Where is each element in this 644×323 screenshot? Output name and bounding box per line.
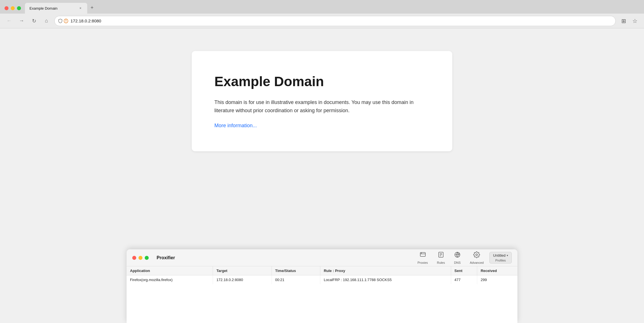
home-button[interactable]: ⌂ xyxy=(42,16,51,26)
advanced-icon xyxy=(473,251,480,260)
reload-icon: ↻ xyxy=(32,18,36,24)
col-sent: Sent xyxy=(451,266,477,275)
reload-button[interactable]: ↻ xyxy=(29,16,39,26)
warning-icon xyxy=(64,19,68,23)
proxies-label: Proxies xyxy=(417,261,428,264)
svg-point-13 xyxy=(476,254,477,256)
rules-icon xyxy=(438,251,444,260)
window-controls xyxy=(5,6,21,10)
cell-target: 172.18.0.2:8080 xyxy=(213,275,272,284)
address-bar-icons xyxy=(58,19,68,23)
tab-close-icon: × xyxy=(79,6,81,10)
col-application: Application xyxy=(127,266,213,275)
tab-bar: Example Domain × + xyxy=(0,0,644,14)
svg-text:COM: COM xyxy=(457,253,460,254)
dns-label: DNS xyxy=(454,261,460,264)
bookmark-button[interactable]: ☆ xyxy=(630,16,639,26)
home-icon: ⌂ xyxy=(45,18,48,24)
forward-button[interactable]: → xyxy=(17,16,26,26)
svg-rect-3 xyxy=(420,252,425,256)
cell-sent: 477 xyxy=(451,275,477,284)
profiles-arrow-icon: ▾ xyxy=(507,254,508,257)
page-description: This domain is for use in illustrative e… xyxy=(214,98,424,115)
cell-received: 299 xyxy=(477,275,517,284)
tab-title: Example Domain xyxy=(29,6,57,10)
window-maximize-button[interactable] xyxy=(17,6,21,10)
dns-button[interactable]: COM DNS xyxy=(451,250,464,265)
col-rule-proxy: Rule : Proxy xyxy=(320,266,451,275)
proxifier-table-container: Application Target Time/Status Rule : Pr… xyxy=(127,266,517,323)
page-card: Example Domain This domain is for use in… xyxy=(192,51,452,151)
proxifier-window-controls xyxy=(132,256,149,260)
back-button[interactable]: ← xyxy=(5,16,14,26)
back-icon: ← xyxy=(7,18,12,24)
table-row[interactable]: Firefox(org.mozilla.firefox) 172.18.0.2:… xyxy=(127,275,517,284)
proxies-button[interactable]: Proxies xyxy=(414,250,431,265)
col-target: Target xyxy=(213,266,272,275)
page-heading: Example Domain xyxy=(214,74,424,89)
rules-label: Rules xyxy=(437,261,445,264)
new-tab-icon: + xyxy=(91,5,94,11)
svg-point-2 xyxy=(66,22,66,22)
shield-icon xyxy=(58,19,63,23)
profiles-sublabel: Profiles xyxy=(495,259,506,262)
browser-window: Example Domain × + ← → ↻ ⌂ xyxy=(0,0,644,323)
proxifier-app-title: Proxifier xyxy=(157,255,175,260)
address-input[interactable] xyxy=(71,18,612,23)
col-received: Received xyxy=(477,266,517,275)
proxies-icon xyxy=(419,251,426,260)
more-information-link[interactable]: More information... xyxy=(214,123,257,128)
profiles-row: Untitled ▾ xyxy=(493,253,508,258)
forward-icon: → xyxy=(19,18,24,24)
cell-application: Firefox(org.mozilla.firefox) xyxy=(127,275,213,284)
address-bar-container xyxy=(54,16,616,26)
proxifier-window: Proxifier Proxies xyxy=(127,249,517,323)
dns-icon: COM xyxy=(454,251,461,260)
proxifier-titlebar: Proxifier Proxies xyxy=(127,249,517,266)
window-minimize-button[interactable] xyxy=(11,6,15,10)
proxifier-toolbar: Proxies Rules xyxy=(414,250,512,265)
table-header-row: Application Target Time/Status Rule : Pr… xyxy=(127,266,517,275)
window-close-button[interactable] xyxy=(5,6,8,10)
advanced-label: Advanced xyxy=(470,261,484,264)
proxifier-maximize-button[interactable] xyxy=(145,256,149,260)
rules-button[interactable]: Rules xyxy=(434,250,448,265)
cell-time-status: 00:21 xyxy=(272,275,320,284)
advanced-button[interactable]: Advanced xyxy=(466,250,487,265)
qr-button[interactable]: ⊞ xyxy=(619,16,628,26)
active-tab[interactable]: Example Domain × xyxy=(25,3,87,14)
toolbar-right-buttons: ⊞ ☆ xyxy=(619,16,639,26)
proxifier-table: Application Target Time/Status Rule : Pr… xyxy=(127,266,517,284)
profiles-button[interactable]: Untitled ▾ Profiles xyxy=(489,252,512,264)
cell-rule-proxy: LocalFRP : 192.168.111.1:7788 SOCKS5 xyxy=(320,275,451,284)
new-tab-button[interactable]: + xyxy=(88,3,96,12)
tab-close-button[interactable]: × xyxy=(78,6,83,10)
browser-toolbar: ← → ↻ ⌂ xyxy=(0,14,644,28)
star-icon: ☆ xyxy=(632,18,637,24)
qr-icon: ⊞ xyxy=(621,18,626,24)
proxifier-close-button[interactable] xyxy=(132,256,136,260)
profiles-label: Untitled xyxy=(493,253,506,258)
proxifier-minimize-button[interactable] xyxy=(138,256,142,260)
col-time-status: Time/Status xyxy=(272,266,320,275)
browser-content: Example Domain This domain is for use in… xyxy=(0,28,644,323)
